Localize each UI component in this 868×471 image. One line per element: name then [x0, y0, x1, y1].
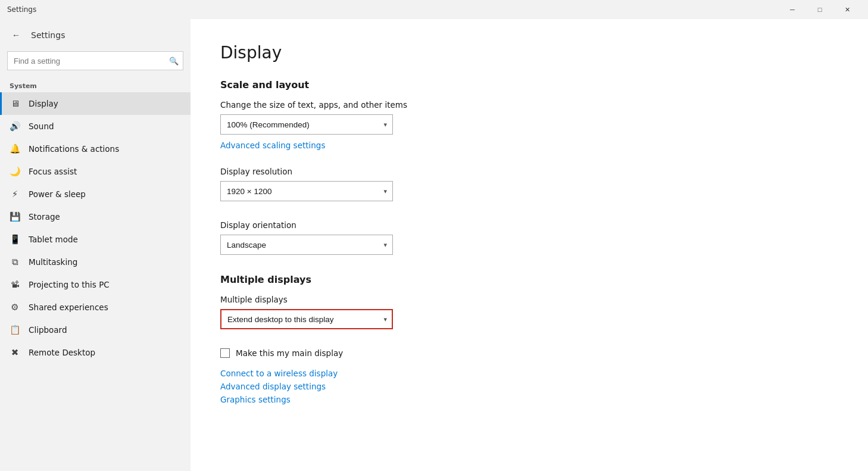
resolution-label: Display resolution	[220, 167, 838, 176]
resolution-dropdown-wrap: 1920 × 1200 1920 × 1080 1600 × 900 1280 …	[220, 181, 393, 201]
resolution-select[interactable]: 1920 × 1200 1920 × 1080 1600 × 900 1280 …	[220, 181, 393, 201]
sidebar-item-power[interactable]: ⚡ Power & sleep	[0, 183, 191, 205]
tablet-icon: 📱	[10, 234, 20, 245]
advanced-display-link-wrap: Advanced display settings	[220, 380, 838, 394]
multiple-displays-dropdown-wrap: Extend desktop to this display Duplicate…	[220, 309, 393, 329]
titlebar: Settings ─ □ ✕	[0, 0, 868, 19]
multitasking-icon: ⧉	[10, 257, 20, 267]
clipboard-icon: 📋	[10, 325, 20, 335]
sidebar-item-tablet[interactable]: 📱 Tablet mode	[0, 228, 191, 251]
orientation-label: Display orientation	[220, 220, 838, 230]
orientation-group: Display orientation Landscape Portrait L…	[220, 220, 838, 260]
text-size-dropdown-wrap: 100% (Recommended) 125% 150% 175% ▾	[220, 114, 393, 135]
page-title: Display	[220, 43, 838, 63]
connect-wireless-link-wrap: Connect to a wireless display	[220, 367, 838, 380]
close-button[interactable]: ✕	[833, 0, 861, 19]
multiple-displays-section: Multiple displays Multiple displays Exte…	[220, 274, 838, 407]
multiple-displays-group: Multiple displays Extend desktop to this…	[220, 295, 838, 334]
resolution-group: Display resolution 1920 × 1200 1920 × 10…	[220, 167, 838, 206]
sidebar-item-storage[interactable]: 💾 Storage	[0, 205, 191, 228]
main-content: Display Scale and layout Change the size…	[191, 19, 868, 471]
titlebar-controls: ─ □ ✕	[779, 0, 861, 19]
sidebar-item-sound[interactable]: 🔊 Sound	[0, 115, 191, 138]
app-container: ← Settings 🔍 System 🖥 Display 🔊 Sound 🔔 …	[0, 19, 868, 471]
sidebar-item-remote[interactable]: ✖ Remote Desktop	[0, 341, 191, 364]
minimize-button[interactable]: ─	[779, 0, 806, 19]
graphics-link-wrap: Graphics settings	[220, 394, 838, 407]
text-size-select[interactable]: 100% (Recommended) 125% 150% 175%	[220, 114, 393, 135]
sidebar-item-sound-label: Sound	[29, 121, 54, 131]
scale-layout-heading: Scale and layout	[220, 79, 838, 91]
back-button[interactable]: ←	[7, 26, 25, 44]
sidebar-item-tablet-label: Tablet mode	[29, 235, 78, 244]
shared-icon: ⚙	[10, 302, 20, 313]
storage-icon: 💾	[10, 211, 20, 222]
multiple-displays-label: Multiple displays	[220, 295, 838, 304]
sidebar-header: ← Settings	[0, 19, 191, 49]
sidebar-item-notifications[interactable]: 🔔 Notifications & actions	[0, 138, 191, 160]
sidebar-item-focus[interactable]: 🌙 Focus assist	[0, 160, 191, 183]
sidebar-item-display[interactable]: 🖥 Display	[0, 92, 191, 115]
sidebar-item-clipboard-label: Clipboard	[29, 325, 67, 335]
search-input[interactable]	[7, 51, 183, 70]
multiple-displays-heading: Multiple displays	[220, 274, 838, 285]
sidebar-item-display-label: Display	[29, 99, 58, 108]
connect-wireless-link[interactable]: Connect to a wireless display	[220, 369, 338, 378]
sidebar-item-power-label: Power & sleep	[29, 189, 86, 199]
focus-icon: 🌙	[10, 166, 20, 177]
main-display-checkbox[interactable]	[220, 348, 230, 358]
notifications-icon: 🔔	[10, 144, 20, 154]
text-size-group: Change the size of text, apps, and other…	[220, 100, 838, 152]
sidebar-item-clipboard[interactable]: 📋 Clipboard	[0, 319, 191, 341]
sidebar-app-title: Settings	[31, 30, 65, 40]
scale-layout-section: Scale and layout Change the size of text…	[220, 79, 838, 260]
sidebar-item-multitasking-label: Multitasking	[29, 257, 77, 267]
graphics-settings-link[interactable]: Graphics settings	[220, 395, 291, 404]
power-icon: ⚡	[10, 189, 20, 199]
advanced-display-link[interactable]: Advanced display settings	[220, 382, 326, 391]
sidebar: ← Settings 🔍 System 🖥 Display 🔊 Sound 🔔 …	[0, 19, 191, 471]
sidebar-item-shared[interactable]: ⚙ Shared experiences	[0, 296, 191, 319]
display-icon: 🖥	[10, 98, 20, 109]
sound-icon: 🔊	[10, 121, 20, 132]
sidebar-item-multitasking[interactable]: ⧉ Multitasking	[0, 251, 191, 273]
projecting-icon: 📽	[10, 279, 20, 290]
sidebar-item-notifications-label: Notifications & actions	[29, 144, 119, 154]
sidebar-section-label: System	[0, 77, 191, 92]
main-display-checkbox-label: Make this my main display	[236, 348, 343, 358]
search-box: 🔍	[7, 51, 183, 70]
advanced-scaling-link[interactable]: Advanced scaling settings	[220, 141, 325, 150]
maximize-button[interactable]: □	[806, 0, 833, 19]
sidebar-item-projecting[interactable]: 📽 Projecting to this PC	[0, 273, 191, 296]
sidebar-item-storage-label: Storage	[29, 212, 60, 222]
multiple-displays-select[interactable]: Extend desktop to this display Duplicate…	[220, 309, 393, 329]
orientation-select[interactable]: Landscape Portrait Landscape (flipped) P…	[220, 235, 393, 255]
text-size-label: Change the size of text, apps, and other…	[220, 100, 838, 110]
sidebar-item-shared-label: Shared experiences	[29, 302, 108, 312]
orientation-dropdown-wrap: Landscape Portrait Landscape (flipped) P…	[220, 235, 393, 255]
sidebar-item-focus-label: Focus assist	[29, 167, 77, 176]
remote-icon: ✖	[10, 347, 20, 358]
sidebar-item-projecting-label: Projecting to this PC	[29, 280, 110, 289]
titlebar-title: Settings	[7, 5, 779, 14]
sidebar-item-remote-label: Remote Desktop	[29, 348, 95, 357]
main-display-checkbox-row: Make this my main display	[220, 348, 838, 358]
